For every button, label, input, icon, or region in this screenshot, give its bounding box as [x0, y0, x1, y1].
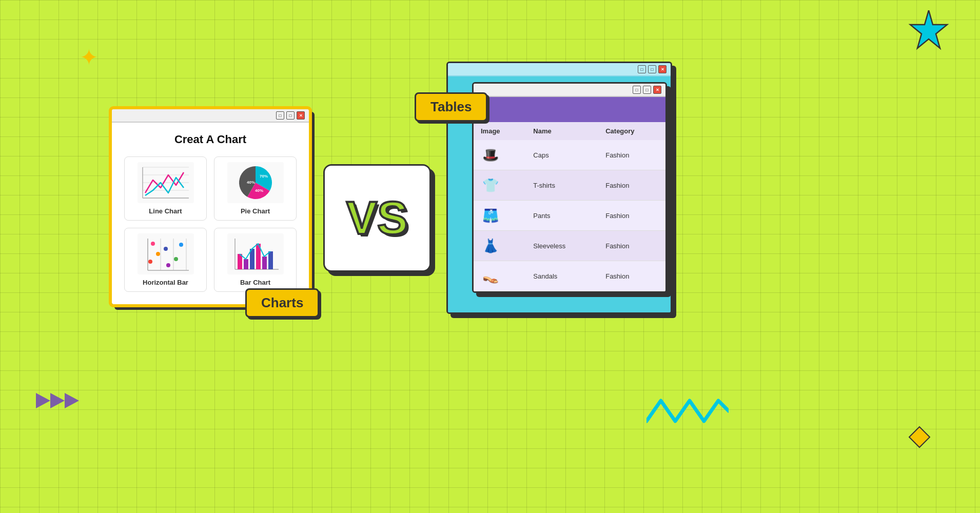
horizontal-bar-preview	[138, 233, 194, 274]
svg-point-22	[151, 242, 155, 246]
cell-name: Pants	[526, 201, 598, 231]
table-row: 👗 Sleeveless Fashion	[474, 231, 665, 261]
charts-window-title: Creat A Chart	[124, 133, 297, 146]
svg-marker-0	[910, 10, 947, 48]
charts-content: Creat A Chart	[112, 123, 309, 304]
cell-icon: 🩳	[474, 201, 526, 231]
tables-header: p	[474, 97, 665, 122]
tables-back-titlebar: □ □ ✕	[448, 63, 671, 76]
cell-name: Sandals	[526, 261, 598, 291]
svg-point-23	[164, 247, 168, 251]
svg-marker-1	[36, 393, 50, 408]
charts-titlebar: □ □ ✕	[112, 109, 309, 123]
minimize-btn[interactable]: □	[276, 111, 284, 120]
svg-rect-39	[268, 251, 273, 269]
svg-text:40%: 40%	[255, 188, 263, 193]
minimize-btn-tables[interactable]: □	[633, 86, 641, 94]
pie-chart-preview: 70% 40% 40%	[227, 162, 284, 203]
tables-badge: Tables	[415, 92, 487, 122]
cell-category: Fashion	[598, 261, 665, 291]
svg-point-28	[148, 260, 152, 264]
col-name: Name	[526, 122, 598, 140]
line-chart-card[interactable]: Line Chart	[124, 156, 207, 221]
svg-rect-35	[244, 259, 248, 269]
cell-icon: 👗	[474, 231, 526, 261]
svg-rect-38	[262, 256, 267, 269]
line-chart-preview	[138, 162, 194, 203]
tables-table: Image Name Category 🎩 Caps Fashion 👕 T-s…	[474, 122, 665, 291]
cyan-star-decoration	[908, 10, 949, 51]
bar-chart-card[interactable]: Bar Chart	[214, 228, 297, 292]
bar-chart-preview	[227, 233, 284, 274]
cell-icon: 👕	[474, 170, 526, 201]
maximize-btn-tables[interactable]: □	[643, 86, 651, 94]
cell-category: Fashion	[598, 231, 665, 261]
cell-name: Caps	[526, 140, 598, 170]
yellow-diamond-decoration	[908, 426, 929, 446]
cell-name: Sleeveless	[526, 231, 598, 261]
horizontal-bar-card[interactable]: Horizontal Bar	[124, 228, 207, 292]
svg-point-27	[179, 243, 183, 247]
line-chart-label: Line Chart	[149, 207, 182, 215]
cell-icon: 🎩	[474, 140, 526, 170]
svg-marker-2	[50, 393, 65, 408]
vs-text: VS	[346, 195, 408, 241]
svg-text:70%: 70%	[260, 174, 268, 179]
cell-category: Fashion	[598, 140, 665, 170]
svg-rect-17	[138, 233, 194, 274]
table-row: 👡 Sandals Fashion	[474, 261, 665, 291]
svg-rect-31	[227, 233, 284, 274]
close-btn-back[interactable]: ✕	[658, 65, 667, 73]
maximize-btn[interactable]: □	[286, 111, 295, 120]
close-btn[interactable]: ✕	[297, 111, 305, 120]
close-btn-tables[interactable]: ✕	[653, 86, 661, 94]
yellow-star-decoration: ✦	[80, 46, 102, 69]
charts-window: □ □ ✕ Creat A Chart	[110, 108, 310, 306]
pie-chart-label: Pie Chart	[241, 207, 270, 215]
col-category: Category	[598, 122, 665, 140]
table-row: 👕 T-shirts Fashion	[474, 170, 665, 201]
svg-point-25	[174, 257, 178, 261]
cyan-zigzag-decoration	[646, 393, 729, 431]
svg-marker-3	[65, 393, 79, 408]
pie-chart-card[interactable]: 70% 40% 40% Pie Chart	[214, 156, 297, 221]
cell-name: T-shirts	[526, 170, 598, 201]
horizontal-bar-label: Horizontal Bar	[143, 279, 188, 286]
table-row: 🩳 Pants Fashion	[474, 201, 665, 231]
tables-titlebar: □ □ ✕	[474, 84, 665, 97]
table-header-row: Image Name Category	[474, 122, 665, 140]
table-row: 🎩 Caps Fashion	[474, 140, 665, 170]
svg-point-24	[156, 252, 160, 256]
svg-point-26	[166, 263, 170, 267]
cell-icon: 👡	[474, 261, 526, 291]
cell-category: Fashion	[598, 201, 665, 231]
cell-category: Fashion	[598, 170, 665, 201]
svg-rect-34	[238, 254, 242, 269]
charts-badge: Charts	[245, 288, 319, 318]
col-image: Image	[474, 122, 526, 140]
svg-text:40%: 40%	[247, 180, 255, 185]
vs-box: VS	[323, 164, 431, 272]
minimize-btn-back[interactable]: □	[638, 65, 646, 73]
purple-arrows-decoration	[36, 388, 82, 416]
bar-chart-label: Bar Chart	[240, 279, 270, 286]
tables-window: □ □ ✕ p Image Name Category 🎩 Caps Fashi…	[472, 82, 667, 293]
svg-marker-4	[909, 427, 930, 447]
maximize-btn-back[interactable]: □	[648, 65, 656, 73]
chart-grid: Line Chart 70% 4	[124, 156, 297, 292]
